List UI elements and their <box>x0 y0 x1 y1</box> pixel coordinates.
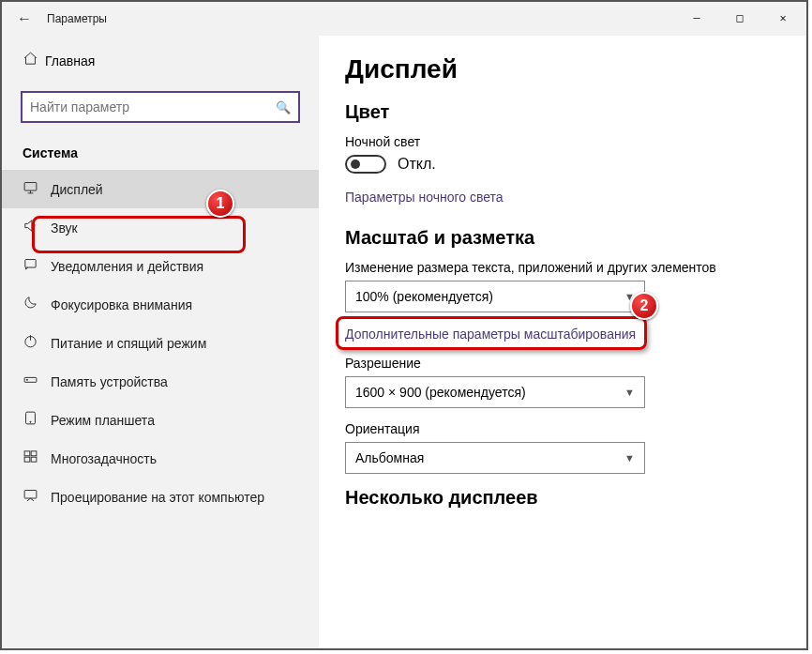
power-icon <box>23 333 51 353</box>
night-light-toggle-row: Откл. <box>345 155 780 174</box>
sidebar-item-label: Многозадачность <box>51 451 157 466</box>
content-panel: Дисплей Цвет Ночной свет Откл. Параметры… <box>319 36 806 648</box>
sidebar-item-storage[interactable]: Память устройства <box>2 362 319 401</box>
multitasking-icon <box>23 449 51 468</box>
sidebar-item-label: Питание и спящий режим <box>51 336 206 351</box>
svg-rect-7 <box>24 451 30 456</box>
sidebar-item-label: Проецирование на этот компьютер <box>51 490 264 505</box>
close-button[interactable]: ✕ <box>761 4 804 32</box>
sidebar-item-label: Режим планшета <box>51 413 155 428</box>
section-scale: Масштаб и разметка <box>345 227 780 249</box>
storage-icon <box>23 372 51 391</box>
section-color: Цвет <box>345 101 780 123</box>
night-light-toggle[interactable] <box>345 155 386 174</box>
sidebar-item-tablet[interactable]: Режим планшета <box>2 401 319 439</box>
sidebar-item-focus[interactable]: Фокусировка внимания <box>2 285 319 324</box>
body: Главная 🔍 Система Дисплей Звук Уведом <box>2 36 806 648</box>
night-light-label: Ночной свет <box>345 134 780 149</box>
svg-rect-8 <box>31 451 37 456</box>
projecting-icon <box>23 487 51 507</box>
notifications-icon <box>23 256 51 276</box>
resolution-dropdown[interactable]: 1600 × 900 (рекомендуется) ▼ <box>345 376 645 408</box>
sidebar-items: Дисплей Звук Уведомления и действия Фоку… <box>2 170 319 516</box>
sidebar-item-label: Звук <box>51 221 78 236</box>
sidebar: Главная 🔍 Система Дисплей Звук Уведом <box>2 36 319 648</box>
category-label: Система <box>2 140 319 170</box>
sidebar-item-power[interactable]: Питание и спящий режим <box>2 324 319 362</box>
svg-rect-9 <box>24 457 30 462</box>
home-icon <box>23 51 45 70</box>
svg-rect-0 <box>24 183 37 191</box>
sidebar-item-label: Дисплей <box>51 182 103 197</box>
chevron-down-icon: ▼ <box>624 387 635 398</box>
back-button[interactable]: ← <box>9 10 39 27</box>
toggle-state-label: Откл. <box>398 156 436 173</box>
sidebar-item-label: Уведомления и действия <box>51 259 203 274</box>
svg-point-4 <box>26 379 27 380</box>
search-icon: 🔍 <box>276 100 291 114</box>
tablet-icon <box>23 410 51 430</box>
resolution-value: 1600 × 900 (рекомендуется) <box>355 385 526 400</box>
sidebar-item-label: Память устройства <box>51 374 168 389</box>
sidebar-item-sound[interactable]: Звук <box>2 208 319 247</box>
chevron-down-icon: ▼ <box>624 291 635 302</box>
advanced-scaling-link[interactable]: Дополнительные параметры масштабирования <box>345 327 636 342</box>
sound-icon <box>23 218 51 237</box>
minimize-button[interactable]: ― <box>675 4 718 32</box>
scale-value: 100% (рекомендуется) <box>355 289 493 304</box>
toggle-knob <box>351 160 360 169</box>
svg-rect-11 <box>24 491 37 499</box>
svg-point-6 <box>30 421 31 422</box>
scale-dropdown[interactable]: 100% (рекомендуется) ▼ <box>345 281 645 312</box>
search-box[interactable]: 🔍 <box>21 91 300 123</box>
home-label: Главная <box>45 53 95 68</box>
svg-rect-10 <box>31 457 37 462</box>
sidebar-item-notifications[interactable]: Уведомления и действия <box>2 247 319 285</box>
orientation-dropdown[interactable]: Альбомная ▼ <box>345 442 645 474</box>
window-controls: ― □ ✕ <box>675 4 804 32</box>
resolution-label: Разрешение <box>345 356 780 371</box>
settings-window: ← Параметры ― □ ✕ Главная 🔍 Система <box>0 0 808 650</box>
scale-label: Изменение размера текста, приложений и д… <box>345 260 780 275</box>
page-title: Дисплей <box>345 54 780 84</box>
display-icon <box>23 179 51 199</box>
sidebar-item-label: Фокусировка внимания <box>51 297 192 312</box>
maximize-button[interactable]: □ <box>718 4 761 32</box>
night-light-settings-link[interactable]: Параметры ночного света <box>345 190 504 205</box>
focus-icon <box>23 295 51 314</box>
home-link[interactable]: Главная <box>2 43 319 78</box>
advanced-scaling-wrap: Дополнительные параметры масштабирования… <box>345 326 636 342</box>
sidebar-item-multitasking[interactable]: Многозадачность <box>2 439 319 478</box>
sidebar-item-display[interactable]: Дисплей <box>2 170 319 208</box>
chevron-down-icon: ▼ <box>624 452 635 464</box>
section-multiple-displays: Несколько дисплеев <box>345 487 780 509</box>
search-input[interactable] <box>30 99 274 114</box>
orientation-label: Ориентация <box>345 421 780 436</box>
window-title: Параметры <box>47 12 107 25</box>
svg-rect-1 <box>25 260 36 268</box>
sidebar-item-projecting[interactable]: Проецирование на этот компьютер <box>2 478 319 516</box>
orientation-value: Альбомная <box>355 450 424 465</box>
